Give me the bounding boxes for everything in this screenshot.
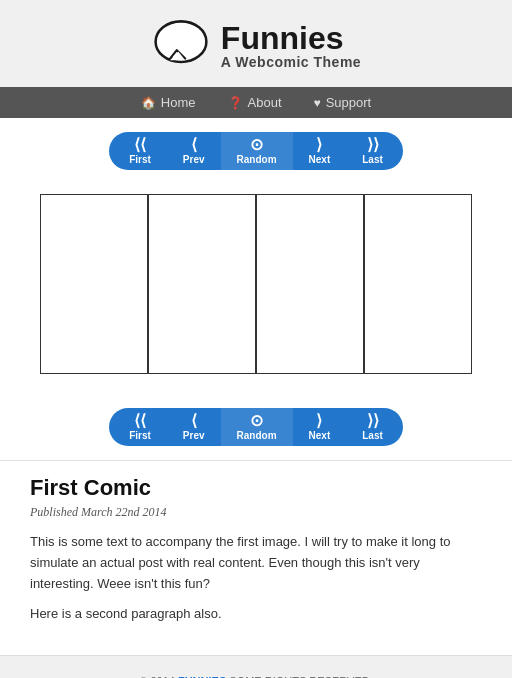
- last-label-top: Last: [362, 154, 383, 165]
- last-icon-bottom: ⟩⟩: [367, 413, 379, 429]
- nav-btn-group-top: ⟨⟨ First ⟨ Prev ⊙ Random ⟩ Next ⟩⟩ Last: [109, 132, 403, 170]
- next-label-top: Next: [309, 154, 331, 165]
- random-icon-top: ⊙: [250, 137, 263, 153]
- next-icon-bottom: ⟩: [316, 413, 322, 429]
- nav-about-label: About: [248, 95, 282, 110]
- first-icon-bottom: ⟨⟨: [134, 413, 146, 429]
- heart-icon: ♥: [314, 96, 321, 110]
- nav-support[interactable]: ♥ Support: [298, 87, 388, 118]
- first-icon-top: ⟨⟨: [134, 137, 146, 153]
- footer: © 2014 FUNNIES SOME RIGHTS RESERVED. (cc…: [0, 655, 512, 678]
- comic-panel-4: [364, 194, 472, 374]
- comic-panels: [0, 184, 512, 394]
- post-paragraph-2: Here is a second paragraph also.: [30, 604, 482, 625]
- next-label-bottom: Next: [309, 430, 331, 441]
- random-button-bottom[interactable]: ⊙ Random: [221, 408, 293, 446]
- logo-area: Funnies A Webcomic Theme: [151, 18, 361, 73]
- prev-button-top[interactable]: ⟨ Prev: [167, 132, 221, 170]
- comic-panel-1: [40, 194, 148, 374]
- top-nav-buttons: ⟨⟨ First ⟨ Prev ⊙ Random ⟩ Next ⟩⟩ Last: [0, 118, 512, 184]
- random-icon-bottom: ⊙: [250, 413, 263, 429]
- footer-copyright-line: © 2014 FUNNIES SOME RIGHTS RESERVED.: [10, 672, 502, 678]
- last-label-bottom: Last: [362, 430, 383, 441]
- site-subtitle: A Webcomic Theme: [221, 54, 361, 70]
- nav-home-label: Home: [161, 95, 196, 110]
- speech-bubble-icon: [151, 18, 211, 73]
- nav-bar: 🏠 Home ❓ About ♥ Support: [0, 87, 512, 118]
- first-button-top[interactable]: ⟨⟨ First: [113, 132, 167, 170]
- nav-support-label: Support: [326, 95, 372, 110]
- nav-about[interactable]: ❓ About: [212, 87, 298, 118]
- random-label-top: Random: [237, 154, 277, 165]
- bottom-nav-buttons: ⟨⟨ First ⟨ Prev ⊙ Random ⟩ Next ⟩⟩ Last: [0, 394, 512, 460]
- prev-label-top: Prev: [183, 154, 205, 165]
- post-body: This is some text to accompany the first…: [30, 532, 482, 625]
- post-paragraph-1: This is some text to accompany the first…: [30, 532, 482, 594]
- comic-panel-2: [148, 194, 256, 374]
- first-label-bottom: First: [129, 430, 151, 441]
- prev-button-bottom[interactable]: ⟨ Prev: [167, 408, 221, 446]
- prev-icon-bottom: ⟨: [191, 413, 197, 429]
- site-header: Funnies A Webcomic Theme: [0, 0, 512, 87]
- site-title-area: Funnies A Webcomic Theme: [221, 22, 361, 70]
- first-button-bottom[interactable]: ⟨⟨ First: [113, 408, 167, 446]
- random-label-bottom: Random: [237, 430, 277, 441]
- post-title: First Comic: [30, 475, 482, 501]
- site-title: Funnies: [221, 22, 361, 54]
- next-button-bottom[interactable]: ⟩ Next: [293, 408, 347, 446]
- nav-btn-group-bottom: ⟨⟨ First ⟨ Prev ⊙ Random ⟩ Next ⟩⟩ Last: [109, 408, 403, 446]
- first-label-top: First: [129, 154, 151, 165]
- home-icon: 🏠: [141, 96, 156, 110]
- question-icon: ❓: [228, 96, 243, 110]
- post-date: Published March 22nd 2014: [30, 505, 482, 520]
- main-content: ⟨⟨ First ⟨ Prev ⊙ Random ⟩ Next ⟩⟩ Last: [0, 118, 512, 655]
- post-section: First Comic Published March 22nd 2014 Th…: [0, 460, 512, 655]
- nav-home[interactable]: 🏠 Home: [125, 87, 212, 118]
- last-button-top[interactable]: ⟩⟩ Last: [346, 132, 399, 170]
- prev-label-bottom: Prev: [183, 430, 205, 441]
- prev-icon-top: ⟨: [191, 137, 197, 153]
- last-button-bottom[interactable]: ⟩⟩ Last: [346, 408, 399, 446]
- last-icon-top: ⟩⟩: [367, 137, 379, 153]
- random-button-top[interactable]: ⊙ Random: [221, 132, 293, 170]
- next-icon-top: ⟩: [316, 137, 322, 153]
- comic-panel-3: [256, 194, 364, 374]
- next-button-top[interactable]: ⟩ Next: [293, 132, 347, 170]
